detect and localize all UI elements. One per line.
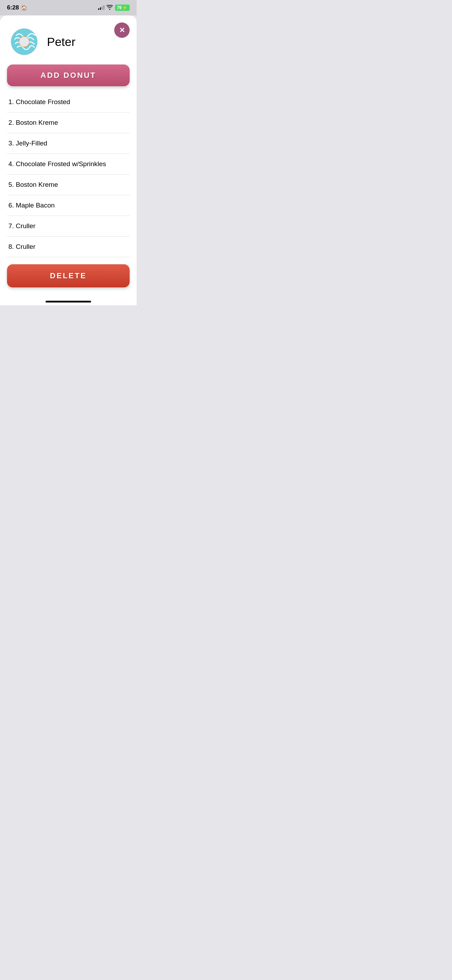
donut-item-text: 7. Cruller <box>8 222 35 230</box>
list-item[interactable]: 6. Maple Bacon <box>7 195 130 216</box>
donut-item-text: 1. Chocolate Frosted <box>8 98 70 106</box>
main-card: ✕ Peter <box>0 16 137 298</box>
home-indicator <box>0 298 137 305</box>
donut-item-text: 8. Cruller <box>8 243 35 251</box>
donut-item-text: 4. Chocolate Frosted w/Sprinkles <box>8 160 106 168</box>
close-icon: ✕ <box>119 27 125 33</box>
add-donut-button[interactable]: ADD DONUT <box>7 65 130 86</box>
status-time: 6:28 🏠 <box>7 4 27 11</box>
list-item[interactable]: 5. Boston Kreme <box>7 175 130 195</box>
home-status-icon: 🏠 <box>21 5 27 11</box>
donut-item-text: 2. Boston Kreme <box>8 119 58 127</box>
battery-charging-icon: ⚡ <box>122 5 127 10</box>
battery-percent: 79 <box>117 5 122 10</box>
avatar <box>8 26 40 57</box>
donut-item-text: 3. Jelly-Filled <box>8 140 47 147</box>
close-button[interactable]: ✕ <box>114 22 130 38</box>
battery-indicator: 79 ⚡ <box>115 5 130 11</box>
list-item[interactable]: 2. Boston Kreme <box>7 113 130 133</box>
wifi-icon <box>107 5 113 11</box>
signal-strength-icon <box>98 6 104 10</box>
list-item[interactable]: 1. Chocolate Frosted <box>7 92 130 113</box>
list-item[interactable]: 7. Cruller <box>7 216 130 237</box>
profile-section: Peter <box>0 16 137 65</box>
delete-label: DELETE <box>50 271 87 280</box>
list-item[interactable]: 3. Jelly-Filled <box>7 133 130 154</box>
add-donut-label: ADD DONUT <box>41 71 96 80</box>
list-item[interactable]: 8. Cruller <box>7 237 130 257</box>
donut-item-text: 6. Maple Bacon <box>8 202 55 209</box>
list-item[interactable]: 4. Chocolate Frosted w/Sprinkles <box>7 154 130 175</box>
status-bar: 6:28 🏠 79 ⚡ <box>0 0 137 16</box>
home-indicator-bar <box>46 301 91 302</box>
delete-button[interactable]: DELETE <box>7 264 130 287</box>
status-icons: 79 ⚡ <box>98 5 130 11</box>
donut-list: 1. Chocolate Frosted2. Boston Kreme3. Je… <box>0 92 137 257</box>
profile-name: Peter <box>47 35 75 49</box>
delete-section: DELETE <box>0 257 137 298</box>
svg-point-5 <box>20 37 29 47</box>
donut-item-text: 5. Boston Kreme <box>8 181 58 189</box>
time-display: 6:28 <box>7 4 19 11</box>
